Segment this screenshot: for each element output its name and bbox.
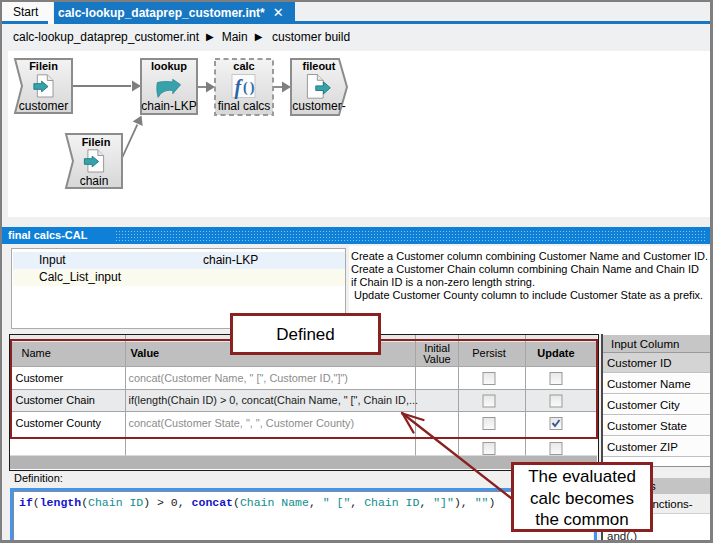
svg-text:customer: customer — [19, 99, 68, 113]
svg-text:Filein: Filein — [82, 136, 111, 148]
svg-text:fileout: fileout — [303, 60, 336, 72]
svg-text:Filein: Filein — [29, 60, 58, 72]
svg-text:chain: chain — [80, 174, 109, 188]
svg-text:customer-: customer- — [292, 99, 345, 113]
svg-text:chain-LKP: chain-LKP — [141, 99, 196, 113]
svg-text:(): () — [243, 80, 256, 96]
svg-text:calc: calc — [233, 60, 254, 72]
svg-text:lookup: lookup — [151, 60, 187, 72]
svg-text:final calcs: final calcs — [218, 99, 271, 113]
